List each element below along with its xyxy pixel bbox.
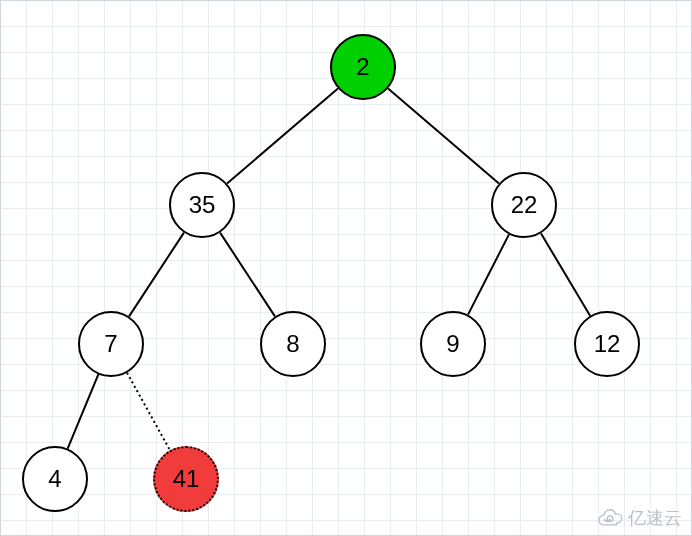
tree-node-value: 4 — [48, 465, 61, 493]
tree-node: 7 — [78, 311, 144, 377]
tree-node-value: 8 — [286, 330, 299, 358]
watermark: 亿速云 — [596, 506, 682, 530]
tree-node: 41 — [153, 446, 219, 512]
tree-edge — [388, 88, 499, 183]
tree-edge — [220, 233, 275, 317]
tree-node-value: 9 — [446, 330, 459, 358]
tree-node-value: 35 — [189, 191, 216, 219]
tree-node-value: 41 — [173, 465, 200, 493]
tree-edge — [468, 234, 509, 314]
tree-node: 8 — [260, 311, 326, 377]
tree-node: 4 — [22, 446, 88, 512]
tree-node: 35 — [169, 172, 235, 238]
tree-node-value: 12 — [594, 330, 621, 358]
tree-edge — [541, 233, 590, 315]
tree-edge — [127, 373, 170, 450]
tree-edge — [227, 88, 338, 183]
tree-edge — [68, 374, 99, 448]
tree-node-value: 2 — [356, 53, 369, 81]
tree-node: 9 — [420, 311, 486, 377]
watermark-text: 亿速云 — [628, 506, 682, 530]
tree-edge — [129, 233, 184, 317]
cloud-icon — [596, 509, 624, 527]
tree-node: 22 — [491, 172, 557, 238]
tree-node-value: 22 — [511, 191, 538, 219]
tree-node-value: 7 — [104, 330, 117, 358]
tree-node: 12 — [574, 311, 640, 377]
tree-node: 2 — [330, 34, 396, 100]
